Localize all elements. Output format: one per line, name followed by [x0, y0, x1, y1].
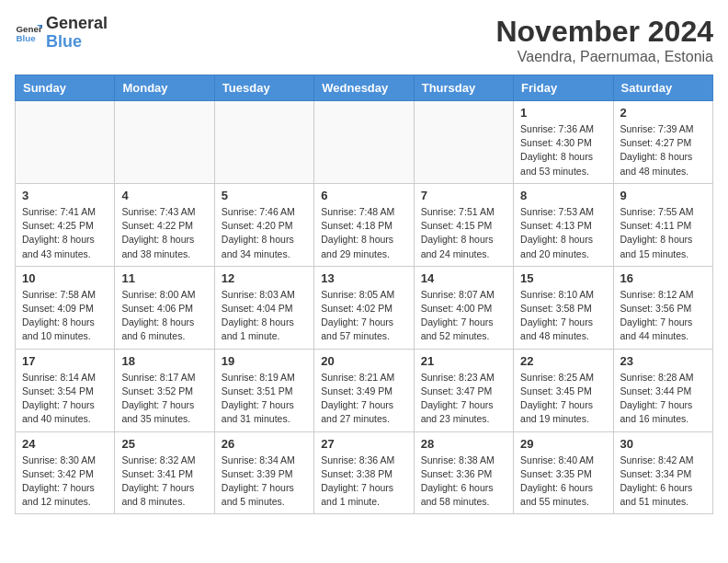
day-info: Sunrise: 8:03 AM Sunset: 4:04 PM Dayligh…: [222, 288, 307, 344]
day-info: Sunrise: 8:07 AM Sunset: 4:00 PM Dayligh…: [421, 288, 506, 344]
day-info: Sunrise: 8:05 AM Sunset: 4:02 PM Dayligh…: [321, 288, 406, 344]
day-number: 28: [421, 437, 506, 451]
calendar-cell: 12Sunrise: 8:03 AM Sunset: 4:04 PM Dayli…: [214, 266, 313, 349]
day-info: Sunrise: 8:12 AM Sunset: 3:56 PM Dayligh…: [620, 288, 706, 344]
day-info: Sunrise: 8:21 AM Sunset: 3:49 PM Dayligh…: [321, 371, 406, 427]
day-number: 17: [22, 354, 108, 368]
calendar-cell: 15Sunrise: 8:10 AM Sunset: 3:58 PM Dayli…: [514, 266, 613, 349]
calendar-cell: 22Sunrise: 8:25 AM Sunset: 3:45 PM Dayli…: [514, 349, 613, 431]
column-header-tuesday: Tuesday: [214, 75, 313, 101]
day-number: 5: [222, 189, 307, 202]
day-number: 29: [520, 437, 606, 451]
day-number: 13: [321, 271, 406, 285]
day-number: 11: [121, 271, 207, 285]
day-info: Sunrise: 8:17 AM Sunset: 3:52 PM Dayligh…: [121, 371, 207, 427]
page-header: General Blue General Blue November 2024 …: [15, 15, 713, 65]
calendar-week-5: 24Sunrise: 8:30 AM Sunset: 3:42 PM Dayli…: [16, 431, 713, 514]
day-number: 7: [421, 189, 506, 202]
day-number: 8: [520, 189, 606, 202]
day-number: 25: [121, 437, 207, 451]
day-number: 19: [222, 354, 307, 368]
calendar-cell: [16, 101, 115, 184]
day-number: 6: [321, 189, 406, 202]
column-header-sunday: Sunday: [16, 75, 115, 101]
calendar-cell: 21Sunrise: 8:23 AM Sunset: 3:47 PM Dayli…: [414, 349, 513, 431]
day-number: 21: [421, 354, 506, 368]
day-info: Sunrise: 8:30 AM Sunset: 3:42 PM Dayligh…: [22, 454, 108, 510]
calendar-cell: 9Sunrise: 7:55 AM Sunset: 4:11 PM Daylig…: [613, 183, 712, 266]
calendar-header-row: SundayMondayTuesdayWednesdayThursdayFrid…: [16, 75, 713, 101]
day-info: Sunrise: 8:19 AM Sunset: 3:51 PM Dayligh…: [222, 371, 307, 427]
day-number: 2: [620, 106, 706, 120]
calendar-cell: 14Sunrise: 8:07 AM Sunset: 4:00 PM Dayli…: [414, 266, 513, 349]
logo-text-general: General: [46, 15, 108, 33]
calendar-cell: 23Sunrise: 8:28 AM Sunset: 3:44 PM Dayli…: [613, 349, 712, 431]
day-info: Sunrise: 8:23 AM Sunset: 3:47 PM Dayligh…: [421, 371, 506, 427]
day-number: 10: [22, 271, 108, 285]
calendar-cell: 19Sunrise: 8:19 AM Sunset: 3:51 PM Dayli…: [214, 349, 313, 431]
calendar-cell: [214, 101, 313, 184]
day-number: 22: [520, 354, 606, 368]
calendar-cell: 11Sunrise: 8:00 AM Sunset: 4:06 PM Dayli…: [115, 266, 214, 349]
day-number: 4: [121, 189, 207, 202]
day-number: 27: [321, 437, 406, 451]
calendar-week-2: 3Sunrise: 7:41 AM Sunset: 4:25 PM Daylig…: [16, 183, 713, 266]
day-info: Sunrise: 8:28 AM Sunset: 3:44 PM Dayligh…: [620, 371, 706, 427]
day-number: 14: [421, 271, 506, 285]
day-info: Sunrise: 8:38 AM Sunset: 3:36 PM Dayligh…: [421, 454, 506, 510]
day-number: 9: [620, 189, 706, 202]
calendar-week-1: 1Sunrise: 7:36 AM Sunset: 4:30 PM Daylig…: [16, 101, 713, 184]
title-area: November 2024 Vaendra, Paernumaa, Estoni…: [495, 15, 713, 65]
calendar-cell: 18Sunrise: 8:17 AM Sunset: 3:52 PM Dayli…: [115, 349, 214, 431]
calendar-cell: 28Sunrise: 8:38 AM Sunset: 3:36 PM Dayli…: [414, 431, 513, 514]
calendar-cell: [414, 101, 513, 184]
day-info: Sunrise: 7:55 AM Sunset: 4:11 PM Dayligh…: [620, 205, 706, 261]
calendar-cell: 30Sunrise: 8:42 AM Sunset: 3:34 PM Dayli…: [613, 431, 712, 514]
day-info: Sunrise: 8:36 AM Sunset: 3:38 PM Dayligh…: [321, 454, 406, 510]
day-info: Sunrise: 8:25 AM Sunset: 3:45 PM Dayligh…: [520, 371, 606, 427]
calendar-cell: 29Sunrise: 8:40 AM Sunset: 3:35 PM Dayli…: [514, 431, 613, 514]
calendar-cell: 13Sunrise: 8:05 AM Sunset: 4:02 PM Dayli…: [314, 266, 414, 349]
month-title: November 2024: [495, 15, 713, 49]
day-number: 3: [22, 189, 108, 202]
calendar-cell: 4Sunrise: 7:43 AM Sunset: 4:22 PM Daylig…: [115, 183, 214, 266]
column-header-wednesday: Wednesday: [314, 75, 414, 101]
calendar-cell: 24Sunrise: 8:30 AM Sunset: 3:42 PM Dayli…: [16, 431, 115, 514]
calendar-cell: [115, 101, 214, 184]
day-info: Sunrise: 8:42 AM Sunset: 3:34 PM Dayligh…: [620, 454, 706, 510]
calendar-cell: 20Sunrise: 8:21 AM Sunset: 3:49 PM Dayli…: [314, 349, 414, 431]
column-header-thursday: Thursday: [414, 75, 513, 101]
day-info: Sunrise: 7:36 AM Sunset: 4:30 PM Dayligh…: [520, 122, 606, 178]
svg-text:Blue: Blue: [17, 33, 37, 43]
day-info: Sunrise: 8:14 AM Sunset: 3:54 PM Dayligh…: [22, 371, 108, 427]
calendar-cell: 27Sunrise: 8:36 AM Sunset: 3:38 PM Dayli…: [314, 431, 414, 514]
day-number: 1: [520, 106, 606, 120]
calendar-table: SundayMondayTuesdayWednesdayThursdayFrid…: [15, 75, 713, 514]
column-header-friday: Friday: [514, 75, 613, 101]
day-number: 12: [222, 271, 307, 285]
calendar-cell: 25Sunrise: 8:32 AM Sunset: 3:41 PM Dayli…: [115, 431, 214, 514]
day-number: 23: [620, 354, 706, 368]
day-info: Sunrise: 7:58 AM Sunset: 4:09 PM Dayligh…: [22, 288, 108, 344]
day-number: 16: [620, 271, 706, 285]
logo-text-blue: Blue: [46, 33, 108, 52]
day-info: Sunrise: 7:39 AM Sunset: 4:27 PM Dayligh…: [620, 122, 706, 178]
calendar-cell: 7Sunrise: 7:51 AM Sunset: 4:15 PM Daylig…: [414, 183, 513, 266]
calendar-cell: [314, 101, 414, 184]
calendar-cell: 3Sunrise: 7:41 AM Sunset: 4:25 PM Daylig…: [16, 183, 115, 266]
calendar-cell: 26Sunrise: 8:34 AM Sunset: 3:39 PM Dayli…: [214, 431, 313, 514]
day-info: Sunrise: 8:32 AM Sunset: 3:41 PM Dayligh…: [121, 454, 207, 510]
day-info: Sunrise: 7:48 AM Sunset: 4:18 PM Dayligh…: [321, 205, 406, 261]
day-number: 20: [321, 354, 406, 368]
calendar-cell: 6Sunrise: 7:48 AM Sunset: 4:18 PM Daylig…: [314, 183, 414, 266]
logo-icon: General Blue: [15, 19, 42, 47]
calendar-cell: 8Sunrise: 7:53 AM Sunset: 4:13 PM Daylig…: [514, 183, 613, 266]
day-info: Sunrise: 8:34 AM Sunset: 3:39 PM Dayligh…: [222, 454, 307, 510]
day-number: 24: [22, 437, 108, 451]
calendar-cell: 17Sunrise: 8:14 AM Sunset: 3:54 PM Dayli…: [16, 349, 115, 431]
day-number: 26: [222, 437, 307, 451]
day-info: Sunrise: 7:43 AM Sunset: 4:22 PM Dayligh…: [121, 205, 207, 261]
calendar-cell: 16Sunrise: 8:12 AM Sunset: 3:56 PM Dayli…: [613, 266, 712, 349]
day-info: Sunrise: 8:10 AM Sunset: 3:58 PM Dayligh…: [520, 288, 606, 344]
location-subtitle: Vaendra, Paernumaa, Estonia: [495, 49, 713, 65]
